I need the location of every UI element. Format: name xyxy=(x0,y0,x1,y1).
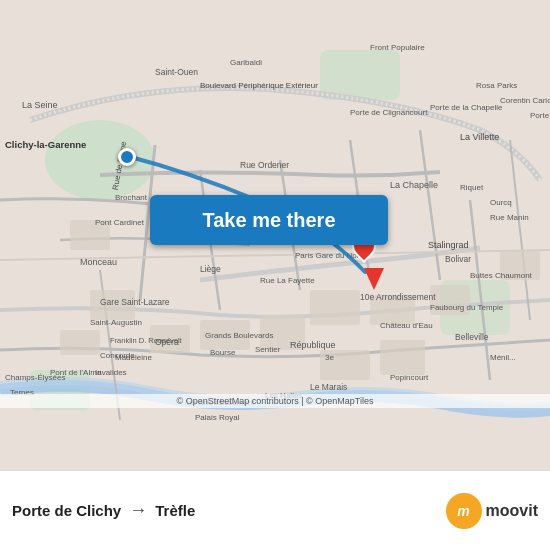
destination-marker xyxy=(364,268,384,290)
svg-text:Popincourt: Popincourt xyxy=(390,373,429,382)
svg-rect-18 xyxy=(60,330,100,355)
svg-text:Pont Cardinet: Pont Cardinet xyxy=(95,218,145,227)
svg-text:La Villette: La Villette xyxy=(460,132,499,142)
svg-text:3e: 3e xyxy=(325,353,334,362)
svg-text:Ourcq: Ourcq xyxy=(490,198,512,207)
svg-text:Boulevard Périphérique Extérie: Boulevard Périphérique Extérieur xyxy=(200,81,318,90)
svg-text:Riquet: Riquet xyxy=(460,183,484,192)
svg-text:Sentier: Sentier xyxy=(255,345,281,354)
map-attribution: © OpenStreetMap contributors | © OpenMap… xyxy=(0,394,550,408)
svg-text:Liège: Liège xyxy=(200,264,221,274)
svg-text:Ménil...: Ménil... xyxy=(490,353,516,362)
svg-text:Bourse: Bourse xyxy=(210,348,236,357)
svg-text:Belleville: Belleville xyxy=(455,332,489,342)
svg-text:Le Marais: Le Marais xyxy=(310,382,347,392)
take-me-there-button[interactable]: Take me there xyxy=(150,195,388,245)
svg-text:Clichy-la-Garenne: Clichy-la-Garenne xyxy=(5,139,86,150)
svg-text:Rue La Fayette: Rue La Fayette xyxy=(260,276,315,285)
svg-text:Buttes Chaumont: Buttes Chaumont xyxy=(470,271,533,280)
svg-text:Porte de Clignancourt: Porte de Clignancourt xyxy=(350,108,428,117)
svg-text:Palais Royal: Palais Royal xyxy=(195,413,240,422)
route-info: Porte de Clichy → Trèfle m moovit xyxy=(12,493,538,529)
origin-text: Porte de Clichy xyxy=(12,502,121,519)
svg-text:10e Arrondissement: 10e Arrondissement xyxy=(360,292,436,302)
svg-text:Garibaldi: Garibaldi xyxy=(230,58,262,67)
arrow-icon: → xyxy=(129,500,147,521)
svg-text:Porte de la Chapelle: Porte de la Chapelle xyxy=(430,103,503,112)
svg-text:Château d'Eau: Château d'Eau xyxy=(380,321,433,330)
moovit-logo: m moovit xyxy=(446,493,538,529)
origin-marker xyxy=(118,148,136,166)
svg-text:Bolivar: Bolivar xyxy=(445,254,471,264)
svg-text:Rosa Parks: Rosa Parks xyxy=(476,81,517,90)
svg-text:Front Populaire: Front Populaire xyxy=(370,43,425,52)
svg-text:Franklin D. Roosevelt: Franklin D. Roosevelt xyxy=(110,336,183,345)
svg-text:Saint-Augustin: Saint-Augustin xyxy=(90,318,142,327)
svg-text:Saint-Ouen: Saint-Ouen xyxy=(155,67,198,77)
svg-text:Faubourg du Temple: Faubourg du Temple xyxy=(430,303,504,312)
svg-text:Stalingrad: Stalingrad xyxy=(428,240,469,250)
svg-rect-17 xyxy=(380,340,425,375)
destination-text: Trèfle xyxy=(155,502,195,519)
svg-text:Rue Manin: Rue Manin xyxy=(490,213,529,222)
svg-text:Corentin Cariou: Corentin Cariou xyxy=(500,96,550,105)
bottom-bar: Porte de Clichy → Trèfle m moovit xyxy=(0,470,550,550)
moovit-brand-text: moovit xyxy=(486,502,538,520)
svg-text:Grands Boulevards: Grands Boulevards xyxy=(205,331,273,340)
moovit-icon: m xyxy=(446,493,482,529)
svg-text:Brochant: Brochant xyxy=(115,193,148,202)
svg-text:Madeleine: Madeleine xyxy=(115,353,152,362)
svg-text:La Chapelle: La Chapelle xyxy=(390,180,438,190)
svg-text:Invalides: Invalides xyxy=(95,368,127,377)
svg-text:Porte de la Vi...: Porte de la Vi... xyxy=(530,111,550,120)
svg-text:Monceau: Monceau xyxy=(80,257,117,267)
svg-text:La Seine: La Seine xyxy=(22,100,58,110)
svg-text:République: République xyxy=(290,340,336,350)
svg-rect-8 xyxy=(310,290,360,325)
svg-text:Gare Saint-Lazare: Gare Saint-Lazare xyxy=(100,297,170,307)
svg-text:Rue Ordener: Rue Ordener xyxy=(240,160,289,170)
map-container: La Seine Clichy-la-Garenne Saint-Ouen Ga… xyxy=(0,0,550,470)
